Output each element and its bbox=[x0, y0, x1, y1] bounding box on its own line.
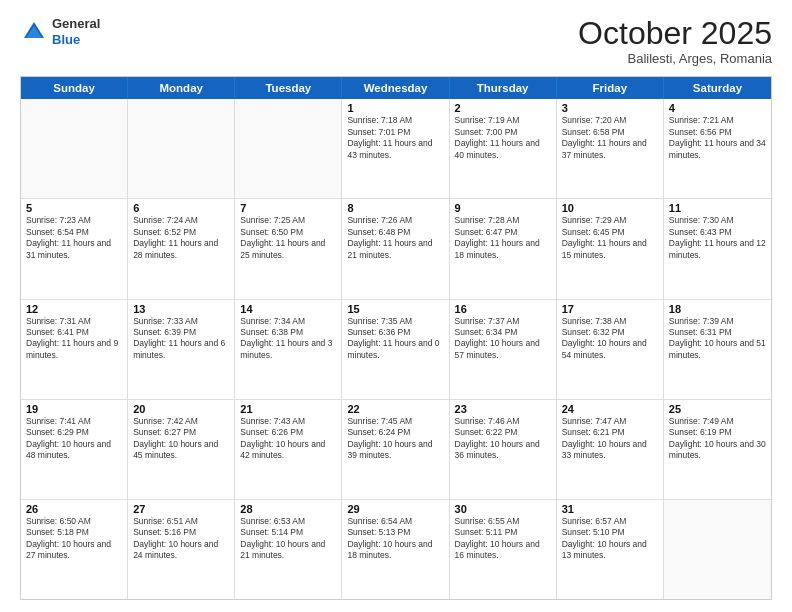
day-number: 21 bbox=[240, 403, 336, 415]
day-cell-6: 6Sunrise: 7:24 AM Sunset: 6:52 PM Daylig… bbox=[128, 199, 235, 298]
calendar-row-4: 19Sunrise: 7:41 AM Sunset: 6:29 PM Dayli… bbox=[21, 399, 771, 499]
day-cell-13: 13Sunrise: 7:33 AM Sunset: 6:39 PM Dayli… bbox=[128, 300, 235, 399]
day-info: Sunrise: 7:41 AM Sunset: 6:29 PM Dayligh… bbox=[26, 416, 122, 462]
day-number: 19 bbox=[26, 403, 122, 415]
header-day-wednesday: Wednesday bbox=[342, 77, 449, 99]
day-info: Sunrise: 7:18 AM Sunset: 7:01 PM Dayligh… bbox=[347, 115, 443, 161]
day-number: 8 bbox=[347, 202, 443, 214]
day-number: 5 bbox=[26, 202, 122, 214]
day-cell-2: 2Sunrise: 7:19 AM Sunset: 7:00 PM Daylig… bbox=[450, 99, 557, 198]
day-number: 14 bbox=[240, 303, 336, 315]
day-cell-27: 27Sunrise: 6:51 AM Sunset: 5:16 PM Dayli… bbox=[128, 500, 235, 599]
day-cell-11: 11Sunrise: 7:30 AM Sunset: 6:43 PM Dayli… bbox=[664, 199, 771, 298]
month-title: October 2025 bbox=[578, 16, 772, 51]
day-info: Sunrise: 7:37 AM Sunset: 6:34 PM Dayligh… bbox=[455, 316, 551, 362]
day-cell-23: 23Sunrise: 7:46 AM Sunset: 6:22 PM Dayli… bbox=[450, 400, 557, 499]
calendar-body: 1Sunrise: 7:18 AM Sunset: 7:01 PM Daylig… bbox=[21, 99, 771, 599]
calendar-row-2: 5Sunrise: 7:23 AM Sunset: 6:54 PM Daylig… bbox=[21, 198, 771, 298]
calendar-row-5: 26Sunrise: 6:50 AM Sunset: 5:18 PM Dayli… bbox=[21, 499, 771, 599]
header-day-sunday: Sunday bbox=[21, 77, 128, 99]
day-info: Sunrise: 7:20 AM Sunset: 6:58 PM Dayligh… bbox=[562, 115, 658, 161]
day-info: Sunrise: 6:53 AM Sunset: 5:14 PM Dayligh… bbox=[240, 516, 336, 562]
day-info: Sunrise: 6:55 AM Sunset: 5:11 PM Dayligh… bbox=[455, 516, 551, 562]
day-info: Sunrise: 7:24 AM Sunset: 6:52 PM Dayligh… bbox=[133, 215, 229, 261]
day-cell-5: 5Sunrise: 7:23 AM Sunset: 6:54 PM Daylig… bbox=[21, 199, 128, 298]
day-cell-22: 22Sunrise: 7:45 AM Sunset: 6:24 PM Dayli… bbox=[342, 400, 449, 499]
day-number: 26 bbox=[26, 503, 122, 515]
day-cell-31: 31Sunrise: 6:57 AM Sunset: 5:10 PM Dayli… bbox=[557, 500, 664, 599]
day-info: Sunrise: 7:38 AM Sunset: 6:32 PM Dayligh… bbox=[562, 316, 658, 362]
day-info: Sunrise: 7:42 AM Sunset: 6:27 PM Dayligh… bbox=[133, 416, 229, 462]
day-info: Sunrise: 7:29 AM Sunset: 6:45 PM Dayligh… bbox=[562, 215, 658, 261]
header-day-tuesday: Tuesday bbox=[235, 77, 342, 99]
day-info: Sunrise: 7:47 AM Sunset: 6:21 PM Dayligh… bbox=[562, 416, 658, 462]
logo-text: General Blue bbox=[52, 16, 100, 47]
day-info: Sunrise: 7:35 AM Sunset: 6:36 PM Dayligh… bbox=[347, 316, 443, 362]
day-info: Sunrise: 7:19 AM Sunset: 7:00 PM Dayligh… bbox=[455, 115, 551, 161]
day-number: 18 bbox=[669, 303, 766, 315]
day-info: Sunrise: 7:43 AM Sunset: 6:26 PM Dayligh… bbox=[240, 416, 336, 462]
day-cell-18: 18Sunrise: 7:39 AM Sunset: 6:31 PM Dayli… bbox=[664, 300, 771, 399]
day-number: 10 bbox=[562, 202, 658, 214]
day-number: 22 bbox=[347, 403, 443, 415]
header: General Blue October 2025 Balilesti, Arg… bbox=[20, 16, 772, 66]
day-cell-28: 28Sunrise: 6:53 AM Sunset: 5:14 PM Dayli… bbox=[235, 500, 342, 599]
day-cell-19: 19Sunrise: 7:41 AM Sunset: 6:29 PM Dayli… bbox=[21, 400, 128, 499]
day-number: 27 bbox=[133, 503, 229, 515]
header-day-thursday: Thursday bbox=[450, 77, 557, 99]
header-day-monday: Monday bbox=[128, 77, 235, 99]
header-day-saturday: Saturday bbox=[664, 77, 771, 99]
day-info: Sunrise: 6:57 AM Sunset: 5:10 PM Dayligh… bbox=[562, 516, 658, 562]
day-number: 4 bbox=[669, 102, 766, 114]
day-cell-30: 30Sunrise: 6:55 AM Sunset: 5:11 PM Dayli… bbox=[450, 500, 557, 599]
calendar-row-3: 12Sunrise: 7:31 AM Sunset: 6:41 PM Dayli… bbox=[21, 299, 771, 399]
day-number: 28 bbox=[240, 503, 336, 515]
location: Balilesti, Arges, Romania bbox=[578, 51, 772, 66]
empty-cell bbox=[664, 500, 771, 599]
day-number: 9 bbox=[455, 202, 551, 214]
day-number: 16 bbox=[455, 303, 551, 315]
day-number: 2 bbox=[455, 102, 551, 114]
header-day-friday: Friday bbox=[557, 77, 664, 99]
day-cell-14: 14Sunrise: 7:34 AM Sunset: 6:38 PM Dayli… bbox=[235, 300, 342, 399]
day-cell-10: 10Sunrise: 7:29 AM Sunset: 6:45 PM Dayli… bbox=[557, 199, 664, 298]
calendar: SundayMondayTuesdayWednesdayThursdayFrid… bbox=[20, 76, 772, 600]
day-info: Sunrise: 7:26 AM Sunset: 6:48 PM Dayligh… bbox=[347, 215, 443, 261]
empty-cell bbox=[128, 99, 235, 198]
day-cell-25: 25Sunrise: 7:49 AM Sunset: 6:19 PM Dayli… bbox=[664, 400, 771, 499]
day-number: 15 bbox=[347, 303, 443, 315]
day-cell-29: 29Sunrise: 6:54 AM Sunset: 5:13 PM Dayli… bbox=[342, 500, 449, 599]
day-cell-1: 1Sunrise: 7:18 AM Sunset: 7:01 PM Daylig… bbox=[342, 99, 449, 198]
day-info: Sunrise: 7:21 AM Sunset: 6:56 PM Dayligh… bbox=[669, 115, 766, 161]
day-number: 12 bbox=[26, 303, 122, 315]
empty-cell bbox=[21, 99, 128, 198]
day-info: Sunrise: 7:23 AM Sunset: 6:54 PM Dayligh… bbox=[26, 215, 122, 261]
day-number: 6 bbox=[133, 202, 229, 214]
day-number: 31 bbox=[562, 503, 658, 515]
day-info: Sunrise: 7:28 AM Sunset: 6:47 PM Dayligh… bbox=[455, 215, 551, 261]
day-number: 25 bbox=[669, 403, 766, 415]
logo-icon bbox=[20, 18, 48, 46]
day-number: 7 bbox=[240, 202, 336, 214]
day-number: 29 bbox=[347, 503, 443, 515]
calendar-header: SundayMondayTuesdayWednesdayThursdayFrid… bbox=[21, 77, 771, 99]
day-info: Sunrise: 7:33 AM Sunset: 6:39 PM Dayligh… bbox=[133, 316, 229, 362]
day-info: Sunrise: 7:31 AM Sunset: 6:41 PM Dayligh… bbox=[26, 316, 122, 362]
logo-blue: Blue bbox=[52, 32, 80, 47]
day-cell-3: 3Sunrise: 7:20 AM Sunset: 6:58 PM Daylig… bbox=[557, 99, 664, 198]
day-cell-7: 7Sunrise: 7:25 AM Sunset: 6:50 PM Daylig… bbox=[235, 199, 342, 298]
day-number: 17 bbox=[562, 303, 658, 315]
day-info: Sunrise: 7:45 AM Sunset: 6:24 PM Dayligh… bbox=[347, 416, 443, 462]
calendar-row-1: 1Sunrise: 7:18 AM Sunset: 7:01 PM Daylig… bbox=[21, 99, 771, 198]
day-info: Sunrise: 7:39 AM Sunset: 6:31 PM Dayligh… bbox=[669, 316, 766, 362]
empty-cell bbox=[235, 99, 342, 198]
day-cell-12: 12Sunrise: 7:31 AM Sunset: 6:41 PM Dayli… bbox=[21, 300, 128, 399]
day-cell-24: 24Sunrise: 7:47 AM Sunset: 6:21 PM Dayli… bbox=[557, 400, 664, 499]
day-number: 24 bbox=[562, 403, 658, 415]
day-cell-4: 4Sunrise: 7:21 AM Sunset: 6:56 PM Daylig… bbox=[664, 99, 771, 198]
logo-general: General bbox=[52, 16, 100, 31]
day-cell-8: 8Sunrise: 7:26 AM Sunset: 6:48 PM Daylig… bbox=[342, 199, 449, 298]
day-info: Sunrise: 6:54 AM Sunset: 5:13 PM Dayligh… bbox=[347, 516, 443, 562]
logo: General Blue bbox=[20, 16, 100, 47]
day-info: Sunrise: 7:46 AM Sunset: 6:22 PM Dayligh… bbox=[455, 416, 551, 462]
